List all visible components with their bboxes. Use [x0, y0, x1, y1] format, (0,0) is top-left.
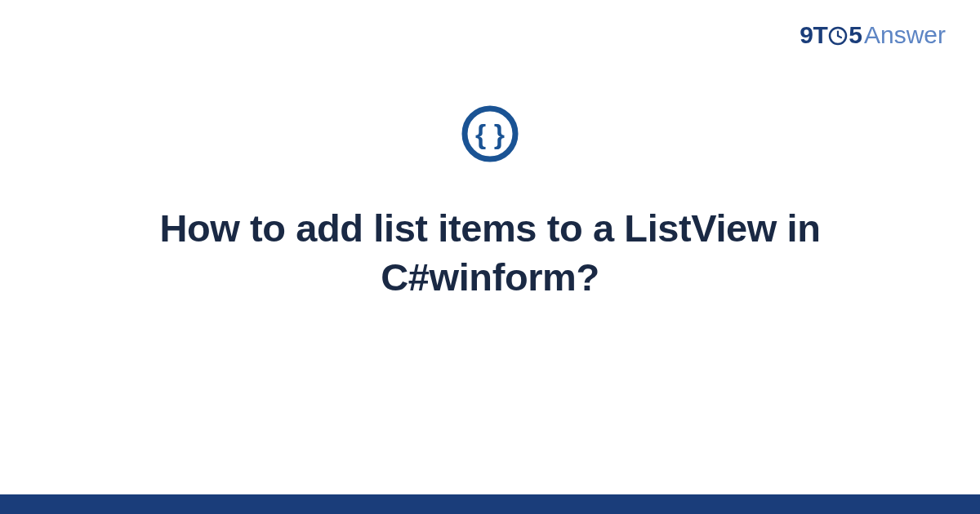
- logo-text-mid: 5: [849, 21, 862, 49]
- clock-icon: [828, 26, 848, 46]
- svg-text:{ }: { }: [475, 118, 505, 149]
- footer-bar: [0, 494, 980, 514]
- logo-text-suffix: Answer: [864, 21, 946, 49]
- svg-line-2: [838, 36, 841, 38]
- braces-icon: { }: [461, 104, 519, 166]
- question-title: How to add list items to a ListView in C…: [98, 204, 882, 302]
- brand-logo[interactable]: 9T 5 Answer: [800, 21, 946, 49]
- main-content: { } How to add list items to a ListView …: [0, 104, 980, 302]
- logo-text-prefix: 9T: [800, 21, 827, 49]
